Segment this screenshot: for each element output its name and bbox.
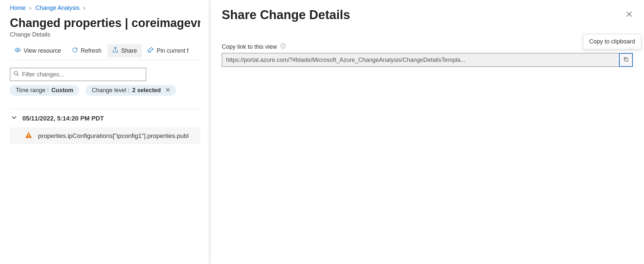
toolbar: View resource Refresh Share Pin current … bbox=[10, 44, 200, 60]
breadcrumb: Home Change Analysis bbox=[10, 5, 200, 12]
svg-point-5 bbox=[283, 44, 284, 45]
change-level-pill[interactable]: Change level : 2 selected bbox=[86, 85, 176, 96]
svg-rect-2 bbox=[28, 134, 29, 136]
change-group-header[interactable]: 05/11/2022, 5:14:20 PM PDT bbox=[10, 109, 200, 127]
refresh-icon bbox=[72, 47, 78, 55]
svg-point-0 bbox=[17, 49, 19, 51]
chevron-right-icon bbox=[29, 6, 32, 11]
eye-icon bbox=[14, 47, 21, 55]
close-icon bbox=[626, 13, 633, 19]
copy-link-label: Copy link to this view bbox=[222, 43, 633, 50]
copy-button[interactable] bbox=[619, 53, 633, 67]
group-timestamp: 05/11/2022, 5:14:20 PM PDT bbox=[22, 115, 104, 122]
filter-input-container bbox=[10, 68, 146, 81]
refresh-button[interactable]: Refresh bbox=[67, 44, 106, 58]
copy-icon bbox=[623, 56, 629, 64]
pill-value: Custom bbox=[51, 87, 73, 94]
field-label-text: Copy link to this view bbox=[222, 43, 277, 50]
info-icon[interactable] bbox=[280, 43, 286, 50]
pill-value: 2 selected bbox=[132, 87, 161, 94]
svg-rect-7 bbox=[625, 58, 628, 61]
change-property-path: properties.ipConfigurations["ipconfig1"]… bbox=[38, 132, 189, 140]
breadcrumb-item-home[interactable]: Home bbox=[10, 5, 26, 12]
pill-label: Time range : bbox=[16, 87, 49, 94]
close-panel-button[interactable] bbox=[626, 11, 633, 19]
toolbar-label: Refresh bbox=[81, 47, 102, 54]
time-range-pill[interactable]: Time range : Custom bbox=[10, 85, 79, 96]
share-button[interactable]: Share bbox=[107, 44, 142, 58]
svg-rect-3 bbox=[28, 137, 29, 137]
change-row[interactable]: properties.ipConfigurations["ipconfig1"]… bbox=[10, 127, 200, 144]
toolbar-label: Pin current f bbox=[157, 47, 189, 54]
view-resource-button[interactable]: View resource bbox=[10, 44, 66, 58]
chevron-right-icon bbox=[83, 6, 86, 11]
share-url-container: https://portal.azure.com/?#blade/Microso… bbox=[222, 53, 633, 67]
share-panel: Share Change Details Copy link to this v… bbox=[210, 0, 644, 264]
toolbar-label: Share bbox=[121, 47, 137, 54]
share-url-input[interactable]: https://portal.azure.com/?#blade/Microso… bbox=[222, 53, 619, 67]
close-icon[interactable] bbox=[166, 87, 170, 94]
filter-input[interactable] bbox=[22, 71, 143, 78]
share-icon bbox=[112, 47, 119, 55]
breadcrumb-item-change-analysis[interactable]: Change Analysis bbox=[35, 5, 80, 12]
toolbar-label: View resource bbox=[24, 47, 61, 54]
copy-tooltip: Copy to clipboard bbox=[583, 34, 641, 49]
page-title: Changed properties | coreimagevm bbox=[10, 16, 200, 30]
pin-icon bbox=[148, 47, 154, 55]
panel-title: Share Change Details bbox=[222, 8, 350, 22]
search-icon bbox=[13, 71, 19, 78]
chevron-down-icon bbox=[11, 115, 17, 122]
pin-button[interactable]: Pin current f bbox=[143, 44, 193, 58]
svg-rect-6 bbox=[283, 45, 283, 47]
pill-label: Change level : bbox=[92, 87, 129, 94]
warning-icon bbox=[25, 131, 32, 140]
page-subtitle: Change Details bbox=[10, 31, 200, 38]
changes-list: 05/11/2022, 5:14:20 PM PDT properties.ip… bbox=[10, 109, 200, 144]
svg-point-1 bbox=[14, 71, 18, 75]
